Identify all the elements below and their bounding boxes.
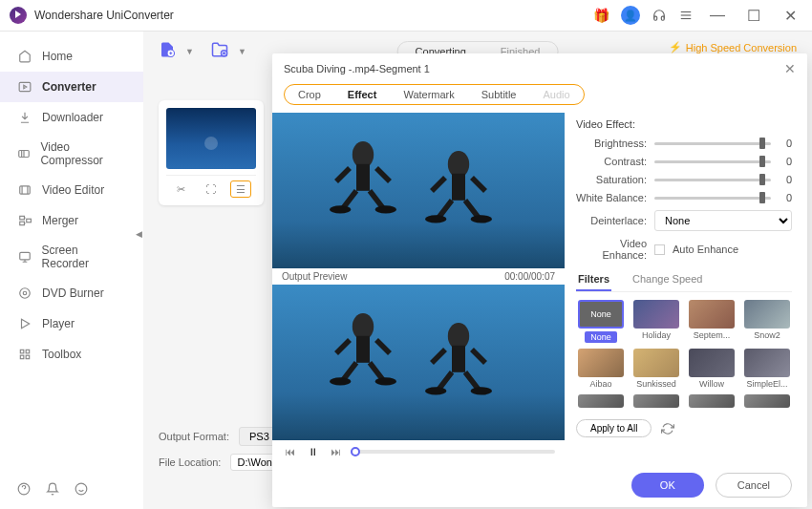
high-speed-badge[interactable]: ⚡ High Speed Conversion [669, 41, 797, 53]
sidebar-item-label: Video Compressor [40, 140, 126, 167]
file-location-label: File Location: [159, 456, 221, 468]
sidebar-item-merger[interactable]: Merger [0, 205, 143, 236]
modal-title: Scuba Diving -.mp4-Segment 1 [284, 63, 430, 74]
compressor-icon [17, 146, 31, 161]
white-balance-label: White Balance: [576, 192, 647, 203]
brightness-value: 0 [779, 138, 792, 149]
output-preview [272, 285, 565, 440]
svg-point-29 [471, 215, 492, 223]
bell-icon[interactable] [46, 482, 59, 499]
svg-marker-13 [22, 319, 30, 328]
filter-snow[interactable]: Snow2 [742, 300, 792, 343]
preview-time: 00:00/00:07 [504, 271, 555, 282]
sidebar-item-label: Merger [42, 214, 78, 227]
subtab-filters[interactable]: Filters [576, 268, 611, 291]
modal-close-button[interactable]: ✕ [784, 61, 796, 76]
original-preview [272, 113, 565, 268]
video-card[interactable]: ✂ ⛶ ☰ [159, 100, 264, 205]
filter-sept[interactable]: Septem... [687, 300, 737, 343]
maximize-button[interactable]: ☐ [741, 6, 766, 25]
filter-extra[interactable] [687, 394, 737, 410]
tab-watermark[interactable]: Watermark [390, 85, 467, 104]
gift-icon[interactable]: 🎁 [593, 8, 609, 23]
filter-extra[interactable] [576, 394, 626, 410]
filter-willow[interactable]: Willow [687, 349, 737, 389]
sidebar-item-player[interactable]: Player [0, 308, 143, 339]
svg-point-24 [330, 205, 351, 213]
saturation-slider[interactable] [654, 179, 771, 181]
deinterlace-label: Deinterlace: [576, 215, 647, 226]
sidebar-item-converter[interactable]: Converter [0, 72, 143, 102]
refresh-icon[interactable] [661, 422, 674, 435]
app-logo [10, 7, 27, 24]
download-icon [17, 110, 32, 125]
filter-none[interactable]: NoneNone [576, 300, 626, 343]
sidebar-item-toolbox[interactable]: Toolbox [0, 339, 143, 370]
sidebar-item-label: Screen Recorder [42, 244, 126, 270]
timeline-slider[interactable] [351, 450, 555, 454]
filter-simple[interactable]: SimpleEl... [742, 349, 792, 389]
add-folder-button[interactable] [211, 41, 228, 62]
filter-extra[interactable] [631, 394, 681, 410]
feedback-icon[interactable] [75, 482, 88, 499]
output-format-label: Output Format: [159, 431, 229, 442]
auto-enhance-label: Auto Enhance [673, 244, 738, 255]
svg-point-37 [471, 387, 492, 394]
prev-button[interactable]: ⏮ [282, 444, 297, 459]
svg-rect-23 [356, 164, 370, 191]
deinterlace-select[interactable]: None [654, 210, 792, 231]
white-balance-value: 0 [779, 192, 792, 203]
sidebar-item-downloader[interactable]: Downloader [0, 102, 143, 133]
svg-point-34 [448, 323, 469, 350]
sidebar-item-home[interactable]: Home [0, 41, 143, 72]
effect-menu-icon[interactable]: ☰ [230, 180, 251, 198]
pause-button[interactable]: ⏸ [305, 444, 320, 459]
brightness-slider[interactable] [654, 142, 771, 145]
sidebar-item-compressor[interactable]: Video Compressor [0, 133, 143, 175]
subtab-speed[interactable]: Change Speed [630, 268, 704, 291]
tab-crop[interactable]: Crop [285, 85, 334, 104]
svg-point-30 [353, 313, 374, 340]
help-icon[interactable] [17, 482, 31, 499]
trim-icon[interactable]: ✂ [171, 180, 192, 198]
next-button[interactable]: ⏭ [328, 444, 343, 459]
sidebar-item-label: Downloader [42, 111, 103, 124]
titlebar: Wondershare UniConverter 🎁 👤 — ☐ ✕ [0, 0, 812, 32]
cancel-button[interactable]: Cancel [716, 473, 792, 498]
merger-icon [17, 213, 32, 228]
sidebar-item-label: Video Editor [42, 183, 104, 197]
tab-effect[interactable]: Effect [334, 85, 391, 104]
white-balance-slider[interactable] [654, 197, 771, 200]
svg-point-19 [75, 483, 87, 495]
modal-tabs: Crop Effect Watermark Subtitle Audio [284, 84, 585, 105]
sidebar-item-dvd[interactable]: DVD Burner [0, 278, 143, 308]
auto-enhance-checkbox[interactable] [654, 244, 665, 255]
sidebar-item-editor[interactable]: Video Editor [0, 175, 143, 205]
filter-extra[interactable] [742, 394, 792, 410]
minimize-button[interactable]: — [705, 6, 730, 25]
filter-sunkissed[interactable]: Sunkissed [631, 349, 681, 389]
menu-icon[interactable] [678, 8, 694, 23]
apply-all-button[interactable]: Apply to All [576, 419, 652, 437]
crop-icon[interactable]: ⛶ [201, 180, 222, 198]
ok-button[interactable]: OK [631, 473, 704, 498]
close-button[interactable]: ✕ [778, 6, 802, 25]
svg-rect-31 [356, 336, 370, 363]
contrast-slider[interactable] [654, 160, 771, 163]
recorder-icon [17, 249, 32, 265]
converter-icon [17, 79, 32, 95]
user-avatar[interactable]: 👤 [621, 6, 640, 25]
editor-icon [17, 182, 32, 198]
tab-subtitle[interactable]: Subtitle [468, 85, 530, 104]
filter-aibao[interactable]: Aibao [576, 349, 626, 389]
svg-rect-27 [452, 174, 465, 201]
tab-audio[interactable]: Audio [529, 85, 583, 104]
add-file-button[interactable] [159, 41, 176, 62]
filter-holiday[interactable]: Holiday [631, 300, 681, 343]
svg-point-12 [23, 291, 27, 295]
sidebar-item-recorder[interactable]: Screen Recorder [0, 236, 143, 278]
svg-point-33 [375, 377, 396, 385]
headset-icon[interactable] [652, 8, 667, 23]
effect-modal: Scuba Diving -.mp4-Segment 1 ✕ Crop Effe… [272, 53, 807, 507]
svg-rect-14 [20, 350, 24, 353]
